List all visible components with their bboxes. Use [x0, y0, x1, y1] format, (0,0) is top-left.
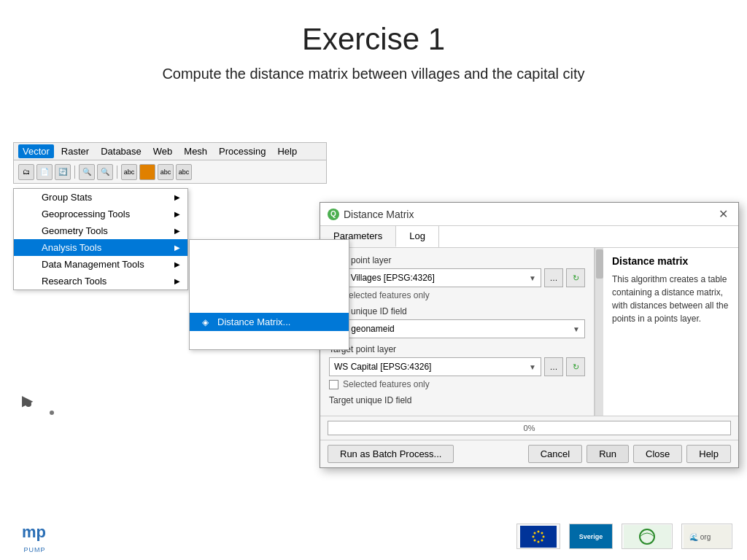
mp-logo-text: PUMP: [23, 546, 45, 553]
help-title: Distance matrix: [612, 255, 729, 267]
toolbar-btn-abc2[interactable]: abc: [158, 164, 174, 180]
menu-geometry-tools[interactable]: Geometry Tools ▶: [14, 222, 187, 239]
scroll-track[interactable]: [595, 248, 603, 416]
toolbar-btn-color[interactable]: [139, 164, 155, 180]
submenu-line-intersections[interactable]: ✕ Line Intersections...: [190, 240, 349, 258]
input-layer-select[interactable]: WS Villages [EPSG:4326] ▼: [329, 268, 541, 287]
input-layer-row: WS Villages [EPSG:4326] ▼ … ↻: [329, 268, 585, 287]
menu-group-stats[interactable]: Group Stats ▶: [14, 189, 187, 206]
menu-item-database[interactable]: Database: [96, 144, 146, 158]
target-selected-label: Selected features only: [343, 379, 430, 389]
input-uid-row: 123 geonameid ▼: [329, 319, 585, 338]
run-batch-button[interactable]: Run as Batch Process...: [328, 445, 454, 463]
help-button[interactable]: Help: [686, 445, 731, 463]
input-uid-label: Input unique ID field: [329, 306, 585, 316]
svg-text:mp: mp: [22, 523, 46, 541]
dialog-params-panel: Input point layer WS Villages [EPSG:4326…: [320, 248, 595, 416]
target-layer-value: WS Capital [EPSG:4326]: [334, 362, 431, 372]
progress-label: 0%: [524, 424, 535, 432]
submenu-basic-statistics[interactable]: Σ Basic Statistics for Fields...: [190, 276, 349, 295]
header: Exercise 1 Compute the distance matrix b…: [0, 0, 747, 82]
menu-bar: Vector Raster Database Web Mesh Processi…: [13, 142, 327, 160]
toolbar: 🗂 📄 🔄 🔍 🔍 abc abc abc: [13, 160, 327, 184]
dialog-qgis-icon: Q: [328, 209, 339, 220]
count-points-icon: ⊕: [197, 299, 213, 309]
menu-item-vector[interactable]: Vector: [18, 144, 54, 158]
logo-placeholder-1: [622, 524, 673, 549]
close-button[interactable]: Close: [633, 445, 682, 463]
toolbar-btn-5[interactable]: 🔍: [97, 164, 113, 180]
menu-analysis-tools[interactable]: Analysis Tools ▶ ✕ Line Intersections...…: [14, 239, 187, 256]
distance-matrix-icon: ◈: [197, 317, 213, 327]
svg-point-8: [533, 535, 535, 537]
svg-point-2: [538, 530, 540, 532]
dialog-titlebar: Q Distance Matrix ✕: [320, 203, 738, 226]
basic-statistics-icon: Σ: [197, 281, 213, 291]
toolbar-btn-abc[interactable]: abc: [121, 164, 137, 180]
toolbar-btn-1[interactable]: 🗂: [18, 164, 34, 180]
logo-placeholder-2: 🌊 org: [681, 524, 732, 549]
toolbar-btn-2[interactable]: 📄: [36, 164, 53, 180]
toolbar-btn-4[interactable]: 🔍: [79, 164, 95, 180]
mp-logo-icon: mp: [20, 520, 50, 546]
vector-dropdown-menu: Group Stats ▶ Geoprocessing Tools ▶ Geom…: [13, 188, 188, 290]
dialog-body: Input point layer WS Villages [EPSG:4326…: [320, 248, 738, 416]
submenu-mean-coordinates[interactable]: ⊕ Mean Coordinate(s)...: [190, 258, 349, 276]
submenu-list-unique[interactable]: ≡ List Unique Values...: [190, 331, 349, 349]
menu-research-tools[interactable]: Research Tools ▶: [14, 273, 187, 289]
input-layer-arrow: ▼: [529, 274, 536, 282]
menu-item-web[interactable]: Web: [149, 144, 177, 158]
map-dot-2: [50, 411, 54, 415]
bottom-bar: mp PUMP Sverige: [0, 520, 747, 553]
svg-text:🌊 org: 🌊 org: [689, 532, 711, 542]
tab-log[interactable]: Log: [396, 226, 439, 247]
eu-flag-logo: [516, 524, 560, 549]
target-layer-arrow: ▼: [529, 363, 536, 371]
toolbar-btn-3[interactable]: 🔄: [55, 164, 71, 180]
cancel-button[interactable]: Cancel: [528, 445, 582, 463]
svg-point-3: [541, 532, 543, 534]
target-layer-label: Target point layer: [329, 344, 585, 354]
menu-item-processing[interactable]: Processing: [214, 144, 270, 158]
target-layer-refresh-btn[interactable]: ↻: [566, 357, 585, 376]
toolbar-btn-abc3[interactable]: abc: [176, 164, 192, 180]
dialog-progress: 0%: [320, 416, 738, 440]
progress-bar: 0%: [328, 421, 731, 435]
svg-rect-1: [520, 526, 557, 548]
menu-item-help[interactable]: Help: [273, 144, 301, 158]
distance-matrix-dialog: Q Distance Matrix ✕ Parameters Log Input…: [320, 202, 739, 468]
page-subtitle: Compute the distance matrix between vill…: [0, 66, 747, 82]
input-layer-browse-btn[interactable]: …: [544, 268, 563, 287]
qgis-area: Vector Raster Database Web Mesh Processi…: [13, 142, 327, 184]
analysis-submenu: ✕ Line Intersections... ⊕ Mean Coordinat…: [189, 239, 349, 350]
dialog-tabs: Parameters Log: [320, 226, 738, 248]
list-unique-icon: ≡: [197, 335, 213, 346]
sweden-logo: Sverige: [569, 524, 613, 549]
toolbar-separator-2: [117, 166, 117, 179]
mean-coordinates-icon: ⊕: [197, 262, 213, 273]
selected-features-label: Selected features only: [343, 290, 430, 300]
input-layer-label: Input point layer: [329, 255, 585, 265]
mp-logo: mp PUMP: [15, 520, 55, 553]
toolbar-separator: [74, 166, 75, 179]
line-intersections-icon: ✕: [197, 244, 213, 254]
target-layer-row: WS Capital [EPSG:4326] ▼ … ↻: [329, 357, 585, 376]
run-button[interactable]: Run: [587, 445, 629, 463]
menu-item-raster[interactable]: Raster: [57, 144, 93, 158]
input-layer-refresh-btn[interactable]: ↻: [566, 268, 585, 287]
target-selected-checkbox[interactable]: [329, 380, 338, 389]
svg-point-5: [541, 539, 543, 541]
submenu-distance-matrix[interactable]: ◈ Distance Matrix...: [190, 313, 349, 331]
menu-item-mesh[interactable]: Mesh: [179, 144, 212, 158]
dialog-action-buttons: Cancel Run Close Help: [528, 445, 731, 463]
svg-point-9: [534, 532, 536, 534]
submenu-count-points[interactable]: ⊕ Count Points in Polygon...: [190, 295, 349, 313]
selected-features-row: Selected features only: [329, 290, 585, 300]
target-layer-browse-btn[interactable]: …: [544, 357, 563, 376]
menu-geoprocessing-tools[interactable]: Geoprocessing Tools ▶: [14, 206, 187, 222]
input-uid-select[interactable]: 123 geonameid ▼: [329, 319, 585, 338]
target-layer-select[interactable]: WS Capital [EPSG:4326] ▼: [329, 357, 541, 376]
help-text: This algorithm creates a table containin…: [612, 273, 729, 325]
dialog-close-button[interactable]: ✕: [716, 207, 731, 221]
menu-data-management[interactable]: Data Management Tools ▶: [14, 256, 187, 273]
